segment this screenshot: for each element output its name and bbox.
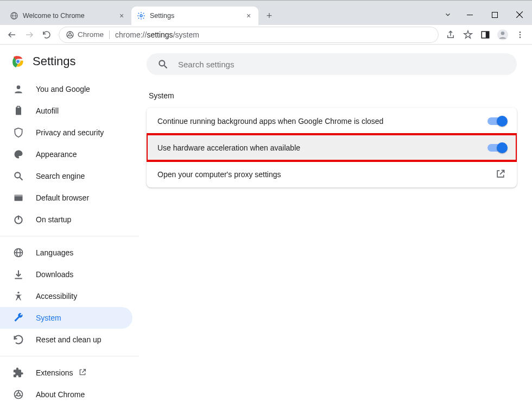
new-tab-button[interactable]: + <box>262 8 277 23</box>
browser-icon <box>13 192 24 203</box>
row-hardware-acceleration: Use hardware acceleration when available <box>147 134 517 161</box>
address-bar[interactable]: Chrome chrome://settings/system <box>59 27 439 43</box>
tab-search-button[interactable] <box>439 7 457 23</box>
accessibility-icon <box>13 291 24 302</box>
sidebar-item-label: Downloads <box>36 270 73 279</box>
svg-point-41 <box>159 60 164 66</box>
gear-icon <box>137 11 145 20</box>
sidebar-item-default-browser[interactable]: Default browser <box>0 187 132 209</box>
window-close-button[interactable] <box>507 7 532 23</box>
svg-rect-14 <box>486 32 489 38</box>
search-settings-box[interactable] <box>147 53 517 75</box>
window-controls <box>439 7 532 32</box>
sidebar-item-on-startup[interactable]: On startup <box>0 209 132 230</box>
settings-sidebar: Settings You and Google Autofill Privacy… <box>0 45 139 407</box>
sidebar-item-languages[interactable]: Languages <box>0 242 132 264</box>
sidebar-item-label: Languages <box>36 248 73 257</box>
sidebar-item-label: Privacy and security <box>36 128 104 137</box>
sidebar-item-label: On startup <box>36 215 71 224</box>
row-label: Use hardware acceleration when available <box>157 143 300 152</box>
svg-point-9 <box>69 33 72 36</box>
svg-point-3 <box>140 15 142 17</box>
toggle-hardware-acceleration[interactable] <box>487 144 506 152</box>
row-background-apps: Continue running background apps when Go… <box>147 108 517 134</box>
svg-point-37 <box>17 393 20 396</box>
svg-point-18 <box>520 34 521 35</box>
svg-point-26 <box>15 172 20 178</box>
svg-point-19 <box>520 36 521 38</box>
svg-line-40 <box>15 395 17 396</box>
tab-welcome[interactable]: Welcome to Chrome × <box>4 7 131 25</box>
search-icon <box>13 171 24 181</box>
toggle-background-apps[interactable] <box>487 117 506 125</box>
sidebar-item-about[interactable]: About Chrome <box>0 384 132 405</box>
sidebar-separator <box>0 236 139 236</box>
search-icon <box>157 59 168 70</box>
sidebar-item-extensions[interactable]: Extensions <box>0 362 132 384</box>
extension-icon <box>13 367 24 378</box>
content-area: Settings You and Google Autofill Privacy… <box>0 45 532 407</box>
tab-title: Settings <box>150 12 244 20</box>
row-label: Continue running background apps when Go… <box>157 117 383 126</box>
svg-rect-25 <box>17 107 20 108</box>
restore-icon <box>13 334 24 345</box>
svg-line-11 <box>71 35 73 36</box>
svg-point-23 <box>17 85 21 89</box>
window-top-stub <box>0 0 532 7</box>
sidebar-item-system[interactable]: System <box>0 307 132 329</box>
chrome-logo-icon <box>11 54 25 68</box>
url-text: chrome://settings/system <box>115 30 199 39</box>
sidebar-item-label: Extensions <box>36 368 73 377</box>
close-icon[interactable]: × <box>117 11 126 20</box>
svg-rect-29 <box>15 195 23 196</box>
svg-point-16 <box>501 32 504 35</box>
sidebar-title: Settings <box>33 54 76 68</box>
sidebar-item-autofill[interactable]: Autofill <box>0 100 132 122</box>
forward-button[interactable] <box>21 26 38 43</box>
sidebar-item-reset[interactable]: Reset and clean up <box>0 329 132 350</box>
power-icon <box>13 214 24 225</box>
sidebar-item-label: About Chrome <box>36 390 85 399</box>
maximize-button[interactable] <box>482 7 507 23</box>
back-button[interactable] <box>3 26 21 43</box>
close-icon[interactable]: × <box>244 11 253 20</box>
tab-title: Welcome to Chrome <box>23 12 117 20</box>
sidebar-item-you-and-google[interactable]: You and Google <box>0 78 132 100</box>
shield-icon <box>13 127 24 138</box>
row-proxy-settings[interactable]: Open your computer's proxy settings <box>147 161 517 187</box>
person-icon <box>13 84 24 95</box>
row-label: Open your computer's proxy settings <box>157 170 281 179</box>
download-icon <box>13 269 24 280</box>
sidebar-item-privacy[interactable]: Privacy and security <box>0 122 132 143</box>
svg-line-27 <box>20 178 23 180</box>
tab-strip: Welcome to Chrome × Settings × + <box>0 7 532 25</box>
globe-icon <box>13 247 24 258</box>
sidebar-item-label: Accessibility <box>36 292 77 300</box>
reload-button[interactable] <box>38 26 55 43</box>
settings-main: System Continue running background apps … <box>139 45 532 407</box>
sidebar-item-label: Search engine <box>36 172 85 180</box>
sidebar-item-downloads[interactable]: Downloads <box>0 264 132 285</box>
sidebar-item-accessibility[interactable]: Accessibility <box>0 285 132 307</box>
sidebar-separator <box>0 356 139 356</box>
svg-point-35 <box>17 292 19 293</box>
sidebar-item-label: System <box>36 314 61 322</box>
sidebar-item-label: Default browser <box>36 193 89 202</box>
site-chip-label: Chrome <box>78 30 104 39</box>
tab-settings[interactable]: Settings × <box>131 7 258 25</box>
sidebar-item-label: Appearance <box>36 150 77 159</box>
external-link-icon <box>495 168 506 181</box>
globe-icon <box>10 11 18 20</box>
section-title: System <box>149 91 517 100</box>
sidebar-item-search-engine[interactable]: Search engine <box>0 165 132 187</box>
svg-rect-5 <box>492 12 497 17</box>
sidebar-item-appearance[interactable]: Appearance <box>0 143 132 165</box>
svg-point-22 <box>16 60 20 64</box>
external-link-icon <box>78 368 87 378</box>
minimize-button[interactable] <box>457 7 482 23</box>
palette-icon <box>13 149 24 160</box>
svg-line-39 <box>20 395 22 396</box>
sidebar-item-label: Autofill <box>36 107 59 115</box>
search-input[interactable] <box>178 60 506 69</box>
svg-line-12 <box>67 35 69 36</box>
